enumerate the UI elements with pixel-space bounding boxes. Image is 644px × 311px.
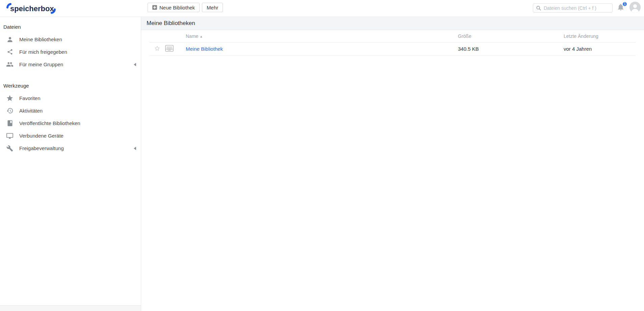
sidebar-item-published-libraries[interactable]: Veröffentlichte Bibliotheken [0,117,141,129]
star-icon [6,95,14,102]
search-icon [536,5,541,11]
sidebar-item-shared-with-groups[interactable]: Für meine Gruppen [0,58,141,71]
book-icon [6,120,14,127]
toolbar: Neue Bibliothek Mehr [148,3,223,12]
sort-asc-icon: ▲ [200,35,203,38]
users-icon [6,61,14,68]
sidebar: Dateien Meine Bibliotheken Für mich frei… [0,17,141,311]
library-name-cell: Meine Bibliothek [186,42,458,55]
sidebar-section-title: Werkzeuge [0,80,141,92]
top-bar: speicherbox Neue Bibliothek Mehr 1 [0,0,644,17]
library-size-cell: 340.5 KB [458,42,564,55]
search-input[interactable] [544,5,610,11]
sidebar-item-label: Veröffentlichte Bibliotheken [19,120,80,126]
page-title: Meine Bibliotheken [147,20,195,27]
notifications-button[interactable]: 1 [617,3,625,12]
main-panel: Meine Bibliotheken Name▲ Größe Letzte Än… [141,17,644,311]
new-library-label: Neue Bibliothek [159,5,195,10]
more-label: Mehr [207,5,218,10]
sidebar-item-linked-devices[interactable]: Verbundene Geräte [0,129,141,142]
library-modified-cell: vor 4 Jahren [564,42,636,55]
monitor-icon [6,132,14,140]
sidebar-item-my-libraries[interactable]: Meine Bibliotheken [0,33,141,46]
modified-column-header[interactable]: Letzte Änderung [564,30,636,42]
sidebar-section-files: Dateien Meine Bibliotheken Für mich frei… [0,17,141,71]
name-column-label: Name [186,33,198,39]
sidebar-section-tools: Werkzeuge Favoriten Aktivitäten Veröffen… [0,71,141,154]
library-icon-cell [165,42,186,55]
logo-text: speicherbox [10,4,54,13]
library-icon [165,44,174,52]
name-column-header[interactable]: Name▲ [186,30,458,42]
sidebar-item-label: Aktivitäten [19,108,43,114]
avatar-icon [629,2,641,13]
collapse-arrow-icon[interactable] [134,147,136,150]
sidebar-item-shared-with-me[interactable]: Für mich freigegeben [0,46,141,58]
plus-icon [152,5,157,10]
search-box[interactable] [533,3,613,13]
size-column-header[interactable]: Größe [458,30,564,42]
sidebar-item-label: Für mich freigegeben [19,49,67,55]
star-cell[interactable] [150,42,165,55]
sidebar-item-label: Freigabeverwaltung [19,145,64,151]
share-icon [6,48,14,56]
star-column-header [150,30,165,42]
favorite-star-icon[interactable] [154,45,160,52]
library-link[interactable]: Meine Bibliothek [186,46,223,52]
app-logo[interactable]: speicherbox [5,3,59,14]
path-bar: Meine Bibliotheken [141,17,644,30]
notification-badge: 1 [622,1,627,7]
table-header-row: Name▲ Größe Letzte Änderung [150,30,636,42]
sidebar-item-favorites[interactable]: Favoriten [0,92,141,104]
libraries-table: Name▲ Größe Letzte Änderung [150,30,636,56]
table-row: Meine Bibliothek 340.5 KB vor 4 Jahren [150,42,636,55]
sidebar-item-label: Verbundene Geräte [19,133,63,139]
sidebar-section-title: Dateien [0,21,141,33]
sidebar-item-label: Favoriten [19,95,41,101]
icon-column-header [165,30,186,42]
history-icon [6,107,14,115]
user-icon [6,36,14,43]
sidebar-item-share-admin[interactable]: Freigabeverwaltung [0,142,141,154]
speicherbox-logo-icon: speicherbox [5,2,59,15]
wrench-icon [6,145,14,152]
library-list: Name▲ Größe Letzte Änderung [141,30,644,56]
sidebar-item-label: Meine Bibliotheken [19,37,62,42]
user-avatar[interactable] [629,2,641,13]
more-button[interactable]: Mehr [202,3,223,12]
sidebar-item-label: Für meine Gruppen [19,62,63,67]
new-library-button[interactable]: Neue Bibliothek [148,3,200,12]
collapse-arrow-icon[interactable] [134,63,136,66]
sidebar-footer [0,305,141,311]
sidebar-item-activities[interactable]: Aktivitäten [0,104,141,117]
